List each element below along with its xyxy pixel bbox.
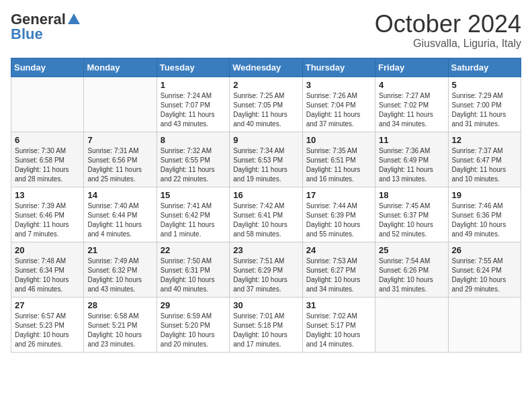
location-title: Giusvalla, Liguria, Italy: [375, 38, 521, 50]
cell-sunrise: Sunrise: 6:59 AM: [161, 312, 212, 320]
calendar-cell: 6 Sunrise: 7:30 AM Sunset: 6:58 PM Dayli…: [11, 132, 84, 187]
cell-sunset: Sunset: 7:04 PM: [306, 101, 356, 109]
day-number: 20: [15, 245, 80, 255]
cell-sunrise: Sunrise: 7:36 AM: [379, 147, 430, 154]
cell-sunset: Sunset: 6:55 PM: [161, 156, 210, 164]
day-number: 7: [87, 135, 152, 145]
cell-daylight: Daylight: 10 hours and 14 minutes.: [306, 331, 361, 348]
cell-sunset: Sunset: 6:32 PM: [87, 267, 137, 274]
cell-daylight: Daylight: 10 hours and 55 minutes.: [306, 221, 361, 238]
cell-sunrise: Sunrise: 6:57 AM: [15, 312, 66, 320]
calendar-cell: 12 Sunrise: 7:37 AM Sunset: 6:47 PM Dayl…: [448, 132, 521, 187]
cell-sunset: Sunset: 5:17 PM: [306, 322, 356, 329]
cell-daylight: Daylight: 11 hours and 31 minutes.: [452, 111, 506, 128]
week-row-3: 20 Sunrise: 7:48 AM Sunset: 6:34 PM Dayl…: [11, 242, 521, 297]
week-row-4: 27 Sunrise: 6:57 AM Sunset: 5:23 PM Dayl…: [11, 297, 521, 352]
cell-sunrise: Sunrise: 7:24 AM: [161, 92, 212, 99]
cell-sunrise: Sunrise: 7:32 AM: [161, 147, 212, 154]
cell-daylight: Daylight: 10 hours and 43 minutes.: [87, 276, 142, 293]
cell-daylight: Daylight: 10 hours and 58 minutes.: [233, 221, 287, 238]
day-number: 2: [233, 80, 298, 90]
calendar-cell: 18 Sunrise: 7:45 AM Sunset: 6:37 PM Dayl…: [375, 187, 448, 242]
calendar-cell: 1 Sunrise: 7:24 AM Sunset: 7:07 PM Dayli…: [157, 77, 229, 132]
cell-sunrise: Sunrise: 7:01 AM: [233, 312, 284, 320]
cell-daylight: Daylight: 11 hours and 43 minutes.: [161, 111, 215, 128]
cell-daylight: Daylight: 11 hours and 10 minutes.: [452, 166, 506, 183]
calendar-cell: 24 Sunrise: 7:53 AM Sunset: 6:27 PM Dayl…: [302, 242, 375, 297]
cell-sunrise: Sunrise: 7:44 AM: [306, 202, 357, 210]
day-number: 30: [233, 300, 298, 310]
cell-daylight: Daylight: 11 hours and 34 minutes.: [379, 111, 433, 128]
cell-sunrise: Sunrise: 7:53 AM: [306, 257, 357, 265]
cell-sunset: Sunset: 7:07 PM: [161, 101, 210, 109]
cell-sunrise: Sunrise: 7:51 AM: [233, 257, 284, 265]
cell-sunrise: Sunrise: 7:34 AM: [233, 147, 284, 154]
calendar-cell: 10 Sunrise: 7:35 AM Sunset: 6:51 PM Dayl…: [302, 132, 375, 187]
calendar-cell: 4 Sunrise: 7:27 AM Sunset: 7:02 PM Dayli…: [375, 77, 448, 132]
cell-daylight: Daylight: 11 hours and 7 minutes.: [15, 221, 69, 238]
cell-sunset: Sunset: 6:24 PM: [452, 267, 502, 274]
cell-daylight: Daylight: 11 hours and 28 minutes.: [15, 166, 69, 183]
day-number: 6: [15, 135, 80, 145]
cell-sunset: Sunset: 7:02 PM: [379, 101, 429, 109]
cell-sunset: Sunset: 6:29 PM: [233, 267, 283, 274]
calendar-body: 1 Sunrise: 7:24 AM Sunset: 7:07 PM Dayli…: [11, 77, 521, 352]
cell-sunset: Sunset: 6:36 PM: [452, 212, 502, 219]
cell-daylight: Daylight: 10 hours and 37 minutes.: [233, 276, 287, 293]
header: General Blue October 2024 Giusvalla, Lig…: [11, 11, 521, 50]
cell-daylight: Daylight: 11 hours and 40 minutes.: [233, 111, 287, 128]
svg-marker-0: [68, 13, 80, 24]
cell-sunrise: Sunrise: 7:37 AM: [452, 147, 503, 154]
cell-daylight: Daylight: 11 hours and 16 minutes.: [306, 166, 361, 183]
calendar-cell: 2 Sunrise: 7:25 AM Sunset: 7:05 PM Dayli…: [230, 77, 302, 132]
header-monday: Monday: [84, 58, 157, 77]
cell-daylight: Daylight: 11 hours and 1 minute.: [161, 221, 215, 238]
cell-sunset: Sunset: 6:27 PM: [306, 267, 356, 274]
cell-sunset: Sunset: 6:58 PM: [15, 156, 64, 164]
day-number: 12: [452, 135, 517, 145]
calendar-cell: 13 Sunrise: 7:39 AM Sunset: 6:46 PM Dayl…: [11, 187, 84, 242]
calendar-cell: 5 Sunrise: 7:29 AM Sunset: 7:00 PM Dayli…: [448, 77, 521, 132]
cell-sunrise: Sunrise: 7:25 AM: [233, 92, 284, 99]
cell-daylight: Daylight: 11 hours and 4 minutes.: [87, 221, 142, 238]
cell-sunrise: Sunrise: 7:27 AM: [379, 92, 430, 99]
cell-daylight: Daylight: 11 hours and 25 minutes.: [87, 166, 142, 183]
cell-sunset: Sunset: 5:21 PM: [87, 322, 137, 329]
calendar-cell: [84, 77, 157, 132]
cell-sunset: Sunset: 6:34 PM: [15, 267, 64, 274]
cell-daylight: Daylight: 10 hours and 23 minutes.: [87, 331, 142, 348]
month-title: October 2024: [375, 11, 521, 38]
cell-daylight: Daylight: 10 hours and 17 minutes.: [233, 331, 287, 348]
day-number: 18: [379, 190, 444, 200]
cell-sunrise: Sunrise: 7:46 AM: [452, 202, 503, 210]
cell-daylight: Daylight: 11 hours and 13 minutes.: [379, 166, 433, 183]
cell-sunrise: Sunrise: 7:41 AM: [161, 202, 212, 210]
cell-daylight: Daylight: 10 hours and 31 minutes.: [379, 276, 433, 293]
cell-sunset: Sunset: 6:51 PM: [306, 156, 356, 164]
calendar-cell: 7 Sunrise: 7:31 AM Sunset: 6:56 PM Dayli…: [84, 132, 157, 187]
calendar-cell: 22 Sunrise: 7:50 AM Sunset: 6:31 PM Dayl…: [157, 242, 229, 297]
day-number: 21: [87, 245, 152, 255]
calendar-cell: 16 Sunrise: 7:42 AM Sunset: 6:41 PM Dayl…: [230, 187, 302, 242]
calendar-cell: 27 Sunrise: 6:57 AM Sunset: 5:23 PM Dayl…: [11, 297, 84, 352]
cell-daylight: Daylight: 10 hours and 29 minutes.: [452, 276, 506, 293]
calendar-cell: 8 Sunrise: 7:32 AM Sunset: 6:55 PM Dayli…: [157, 132, 229, 187]
calendar-cell: 29 Sunrise: 6:59 AM Sunset: 5:20 PM Dayl…: [157, 297, 229, 352]
cell-sunset: Sunset: 6:44 PM: [87, 212, 137, 219]
calendar-header: Sunday Monday Tuesday Wednesday Thursday…: [11, 58, 521, 77]
day-number: 29: [161, 300, 226, 310]
cell-sunrise: Sunrise: 7:26 AM: [306, 92, 357, 99]
header-friday: Friday: [375, 58, 448, 77]
cell-sunset: Sunset: 6:53 PM: [233, 156, 283, 164]
cell-daylight: Daylight: 11 hours and 19 minutes.: [233, 166, 287, 183]
cell-sunset: Sunset: 6:39 PM: [306, 212, 356, 219]
calendar-cell: 25 Sunrise: 7:54 AM Sunset: 6:26 PM Dayl…: [375, 242, 448, 297]
calendar-cell: 31 Sunrise: 7:02 AM Sunset: 5:17 PM Dayl…: [302, 297, 375, 352]
cell-sunrise: Sunrise: 7:30 AM: [15, 147, 66, 154]
cell-daylight: Daylight: 10 hours and 40 minutes.: [161, 276, 215, 293]
cell-sunrise: Sunrise: 7:49 AM: [87, 257, 138, 265]
cell-sunrise: Sunrise: 7:55 AM: [452, 257, 503, 265]
cell-sunrise: Sunrise: 6:58 AM: [87, 312, 138, 320]
cell-daylight: Daylight: 10 hours and 26 minutes.: [15, 331, 69, 348]
day-number: 8: [161, 135, 226, 145]
